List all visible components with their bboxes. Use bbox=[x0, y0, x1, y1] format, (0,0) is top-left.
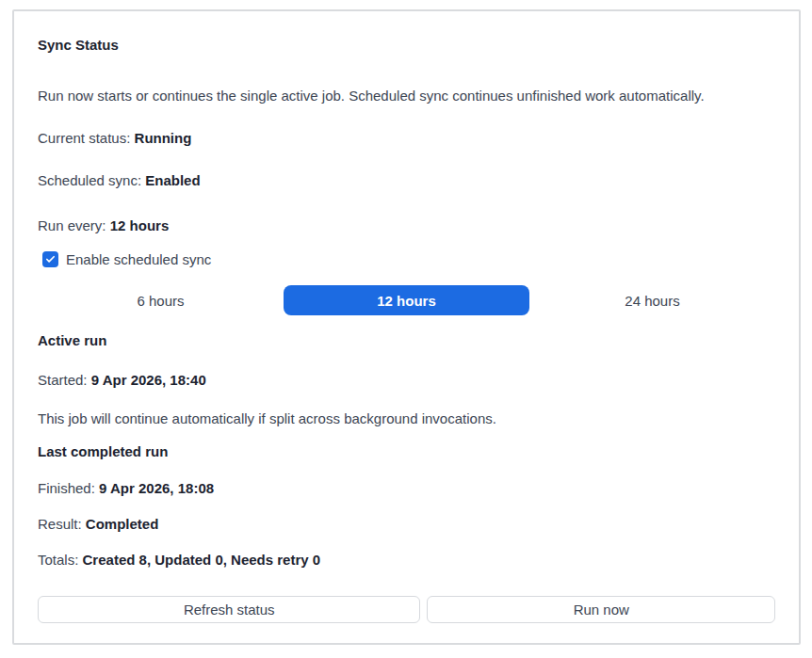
finished-label: Finished: bbox=[38, 480, 95, 496]
started-label: Started: bbox=[38, 372, 88, 388]
run-now-button[interactable]: Run now bbox=[427, 596, 775, 623]
enable-scheduled-sync-checkbox[interactable] bbox=[42, 251, 58, 267]
action-bar: Refresh status Run now bbox=[38, 596, 775, 623]
started-value: 9 Apr 2026, 18:40 bbox=[91, 372, 206, 388]
interval-option-24-hours[interactable]: 24 hours bbox=[529, 285, 775, 315]
totals-line: Totals: Created 8, Updated 0, Needs retr… bbox=[38, 551, 775, 570]
totals-value: Created 8, Updated 0, Needs retry 0 bbox=[83, 552, 321, 568]
result-value: Completed bbox=[86, 516, 159, 532]
current-status-value: Running bbox=[135, 130, 192, 146]
interval-selector: 6 hours 12 hours 24 hours bbox=[38, 285, 775, 315]
enable-scheduled-sync-label: Enable scheduled sync bbox=[66, 251, 211, 267]
started-line: Started: 9 Apr 2026, 18:40 bbox=[38, 371, 775, 390]
run-every-line: Run every: 12 hours bbox=[38, 217, 775, 235]
current-status-line: Current status: Running bbox=[38, 129, 775, 148]
run-every-value: 12 hours bbox=[110, 217, 170, 233]
checkmark-icon bbox=[45, 254, 56, 265]
scheduled-sync-value: Enabled bbox=[145, 172, 200, 188]
scheduled-sync-line: Scheduled sync: Enabled bbox=[38, 171, 775, 190]
finished-value: 9 Apr 2026, 18:08 bbox=[99, 480, 214, 496]
sync-status-panel: Sync Status Run now starts or continues … bbox=[12, 9, 801, 645]
last-completed-run-heading: Last completed run bbox=[38, 442, 775, 461]
scheduled-sync-label: Scheduled sync: bbox=[38, 172, 141, 188]
current-status-label: Current status: bbox=[38, 130, 130, 146]
result-line: Result: Completed bbox=[38, 515, 775, 534]
totals-label: Totals: bbox=[38, 552, 78, 568]
interval-option-12-hours[interactable]: 12 hours bbox=[284, 285, 529, 315]
active-run-note: This job will continue automatically if … bbox=[38, 409, 775, 428]
enable-scheduled-sync-row[interactable]: Enable scheduled sync bbox=[42, 251, 775, 267]
finished-line: Finished: 9 Apr 2026, 18:08 bbox=[38, 479, 775, 498]
active-run-heading: Active run bbox=[38, 331, 775, 350]
refresh-status-button[interactable]: Refresh status bbox=[38, 596, 420, 623]
result-label: Result: bbox=[38, 516, 82, 532]
panel-description: Run now starts or continues the single a… bbox=[38, 87, 775, 105]
panel-title: Sync Status bbox=[38, 36, 775, 55]
interval-option-6-hours[interactable]: 6 hours bbox=[38, 285, 284, 315]
run-every-label: Run every: bbox=[38, 217, 106, 233]
